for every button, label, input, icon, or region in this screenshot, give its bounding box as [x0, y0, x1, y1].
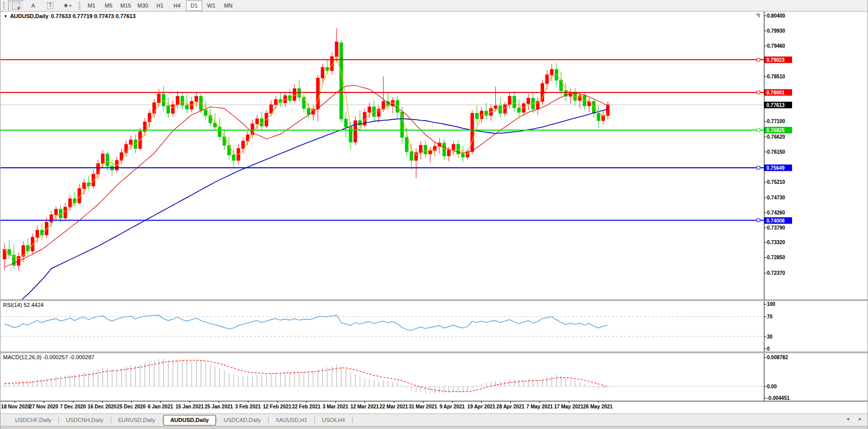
text-label-tool-button[interactable]: T: [42, 1, 58, 11]
time-axis-tick: [190, 401, 190, 403]
time-axis-tick: [160, 401, 161, 403]
price-axis-tick: [764, 76, 766, 77]
timeframe-button-d1[interactable]: D1: [186, 1, 202, 11]
rsi-axis-label: 0: [767, 346, 770, 352]
price-axis-label: 0.72850: [767, 255, 785, 260]
timeframe-button-m5[interactable]: M5: [101, 1, 117, 11]
rsi-axis-tick: [764, 349, 766, 349]
text-label-icon: T: [47, 2, 53, 9]
horizontal-level-line[interactable]: [1, 91, 764, 94]
price-axis-tick: [764, 182, 766, 182]
symbol-dropdown-icon[interactable]: ▼: [4, 14, 8, 19]
trading-platform-window: FAT❖▾M1M5M15M30H1H4D1W1MN ▼ AUDUSD,Daily…: [0, 0, 868, 429]
price-axis-tick: [764, 152, 766, 152]
rsi-axis-border: [764, 301, 764, 352]
price-axis-tick: [764, 228, 766, 228]
main-chart-pane[interactable]: ▼ AUDUSD,Daily 0.77633 0.77719 0.77473 0…: [1, 12, 868, 299]
line-handle[interactable]: [757, 58, 760, 61]
time-axis-tick: [44, 401, 44, 403]
chart-tab-audusd[interactable]: AUDUSD,Daily: [163, 415, 216, 425]
candle: [54, 206, 57, 221]
candle: [471, 110, 474, 155]
time-axis[interactable]: 18 Nov 202027 Nov 20207 Dec 202016 Dec 2…: [1, 401, 868, 413]
arrows-tool-button[interactable]: ❖▾: [59, 1, 75, 11]
time-axis-tick: [394, 401, 394, 403]
candle: [527, 94, 530, 110]
time-axis-label: 25 Dec 2020: [117, 404, 145, 409]
timeframe-button-m1[interactable]: M1: [83, 1, 100, 11]
timeframe-button-m30[interactable]: M30: [135, 1, 151, 11]
candle: [129, 136, 132, 150]
chart-title-ohlc: 0.77633 0.77719 0.77473 0.77613: [51, 13, 135, 19]
timeframe-button-w1[interactable]: W1: [203, 1, 219, 11]
tab-separator: [314, 417, 315, 423]
price-badge: 0.79023: [764, 56, 792, 63]
chart-tab-usoil[interactable]: USOil,H4: [315, 415, 352, 425]
price-badge: 0.76825: [764, 127, 792, 133]
tab-separator: [162, 417, 163, 423]
timeframe-button-m15[interactable]: M15: [118, 1, 134, 11]
candle: [293, 84, 296, 102]
time-axis-label: 7 May 2021: [527, 404, 553, 409]
candle: [8, 240, 11, 259]
line-handle[interactable]: [757, 129, 760, 132]
toolbar-grip[interactable]: [78, 2, 80, 10]
candle: [162, 86, 165, 112]
chart-tab-bar: USDCHF,DailyUSDCNH,DailyEURUSD,DailyAUDU…: [1, 413, 868, 426]
macd-pane[interactable]: MACD(12,26,9) -0.000257 -0.000287 0.0087…: [1, 353, 868, 401]
candle: [167, 97, 170, 118]
candle: [419, 141, 422, 160]
chart-tab-usdchf[interactable]: USDCHF,Daily: [9, 415, 58, 425]
candle: [261, 112, 264, 131]
time-axis-label: 19 Apr 2021: [467, 404, 495, 409]
time-axis-label: 22 Mar 2021: [380, 404, 408, 409]
time-axis-tick: [540, 401, 540, 403]
chart-tab-xauusd[interactable]: XAUUSD,H1: [269, 415, 314, 425]
time-axis-label: 3 Mar 2021: [322, 404, 348, 409]
chart-tab-usdcnh[interactable]: USDCNH,Daily: [59, 415, 110, 425]
timeframe-button-h4[interactable]: H4: [169, 1, 185, 11]
fibonacci-icon: F: [12, 2, 20, 10]
rsi-axis-tick: [764, 304, 766, 304]
time-axis-label: 26 May 2021: [583, 404, 613, 409]
line-handle[interactable]: [757, 166, 760, 169]
candle: [597, 105, 600, 129]
toolbar-grip[interactable]: [3, 2, 5, 10]
candle: [143, 118, 146, 136]
tab-scroll-right-icon[interactable]: ►: [858, 416, 862, 421]
ma-fast-line: [5, 56, 608, 259]
candle: [606, 101, 610, 120]
macd-axis-tick: [764, 357, 766, 358]
chart-tab-usdcad[interactable]: USDCAD,Daily: [217, 415, 268, 425]
rsi-pane[interactable]: RSI(14) 52.4424 10070300: [1, 301, 868, 352]
time-axis-label: 7 Dec 2020: [60, 404, 86, 409]
candle: [27, 238, 30, 256]
tab-separator: [216, 417, 217, 423]
chart-tab-eurusd[interactable]: EURUSD,Daily: [112, 415, 162, 425]
price-axis-label: 0.76150: [767, 149, 785, 155]
text-tool-button[interactable]: A: [25, 1, 41, 11]
tab-scroll-left-icon[interactable]: ◄: [845, 416, 850, 421]
timeframe-button-mn[interactable]: MN: [220, 1, 236, 11]
candlestick-plot[interactable]: [1, 12, 764, 299]
candle: [227, 137, 230, 160]
line-handle[interactable]: [757, 219, 760, 222]
candle: [78, 184, 81, 204]
macd-plot: [1, 353, 764, 401]
horizontal-level-line[interactable]: [1, 129, 764, 132]
rsi-axis-label: 70: [767, 314, 772, 319]
price-axis-tick: [764, 212, 766, 213]
horizontal-level-line[interactable]: [1, 58, 764, 61]
line-handle[interactable]: [757, 91, 760, 94]
rsi-axis-tick: [764, 316, 766, 317]
timeframe-button-h1[interactable]: H1: [152, 1, 168, 11]
fibonacci-tool-button[interactable]: F: [8, 1, 24, 11]
macd-axis-label: 0.00: [767, 384, 776, 389]
price-axis-label: 0.79460: [767, 43, 785, 48]
candle: [475, 105, 478, 125]
candle: [410, 144, 413, 169]
horizontal-level-line[interactable]: [1, 219, 764, 222]
price-axis-tick: [764, 16, 766, 16]
time-axis-label: 27 Nov 2020: [29, 404, 58, 409]
candle: [344, 112, 348, 137]
